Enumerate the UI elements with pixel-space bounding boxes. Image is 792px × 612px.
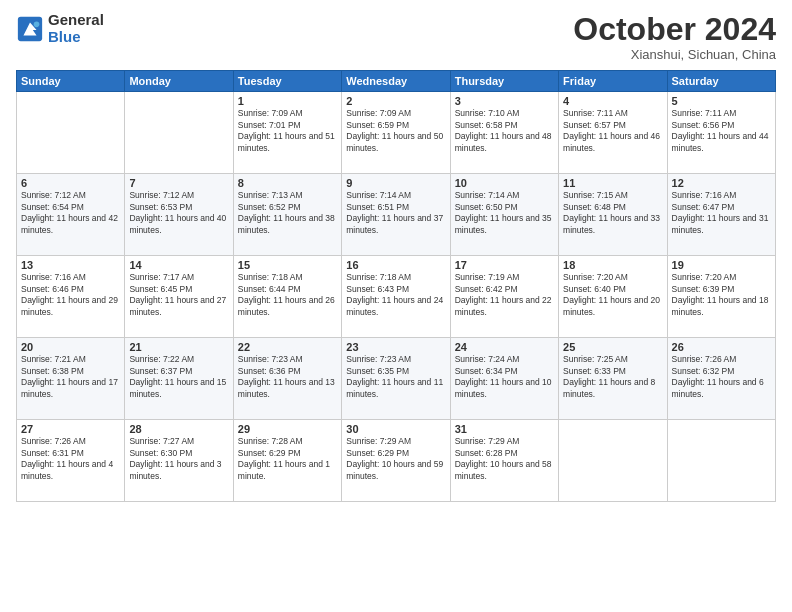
col-friday: Friday [559,71,667,92]
title-block: October 2024 Xianshui, Sichuan, China [573,12,776,62]
table-row [125,92,233,174]
table-row: 14Sunrise: 7:17 AMSunset: 6:45 PMDayligh… [125,256,233,338]
table-row [559,420,667,502]
table-row: 26Sunrise: 7:26 AMSunset: 6:32 PMDayligh… [667,338,775,420]
table-row: 29Sunrise: 7:28 AMSunset: 6:29 PMDayligh… [233,420,341,502]
col-tuesday: Tuesday [233,71,341,92]
calendar-week-row: 20Sunrise: 7:21 AMSunset: 6:38 PMDayligh… [17,338,776,420]
table-row: 21Sunrise: 7:22 AMSunset: 6:37 PMDayligh… [125,338,233,420]
table-row: 11Sunrise: 7:15 AMSunset: 6:48 PMDayligh… [559,174,667,256]
table-row: 17Sunrise: 7:19 AMSunset: 6:42 PMDayligh… [450,256,558,338]
calendar-header-row: Sunday Monday Tuesday Wednesday Thursday… [17,71,776,92]
col-wednesday: Wednesday [342,71,450,92]
table-row: 5Sunrise: 7:11 AMSunset: 6:56 PMDaylight… [667,92,775,174]
location-subtitle: Xianshui, Sichuan, China [573,47,776,62]
calendar-table: Sunday Monday Tuesday Wednesday Thursday… [16,70,776,502]
table-row: 22Sunrise: 7:23 AMSunset: 6:36 PMDayligh… [233,338,341,420]
table-row: 19Sunrise: 7:20 AMSunset: 6:39 PMDayligh… [667,256,775,338]
table-row: 24Sunrise: 7:24 AMSunset: 6:34 PMDayligh… [450,338,558,420]
calendar-week-row: 6Sunrise: 7:12 AMSunset: 6:54 PMDaylight… [17,174,776,256]
table-row: 27Sunrise: 7:26 AMSunset: 6:31 PMDayligh… [17,420,125,502]
calendar-week-row: 1Sunrise: 7:09 AMSunset: 7:01 PMDaylight… [17,92,776,174]
table-row: 18Sunrise: 7:20 AMSunset: 6:40 PMDayligh… [559,256,667,338]
table-row: 2Sunrise: 7:09 AMSunset: 6:59 PMDaylight… [342,92,450,174]
col-saturday: Saturday [667,71,775,92]
table-row: 1Sunrise: 7:09 AMSunset: 7:01 PMDaylight… [233,92,341,174]
table-row: 20Sunrise: 7:21 AMSunset: 6:38 PMDayligh… [17,338,125,420]
month-title: October 2024 [573,12,776,47]
table-row: 3Sunrise: 7:10 AMSunset: 6:58 PMDaylight… [450,92,558,174]
table-row: 30Sunrise: 7:29 AMSunset: 6:29 PMDayligh… [342,420,450,502]
table-row: 28Sunrise: 7:27 AMSunset: 6:30 PMDayligh… [125,420,233,502]
calendar-week-row: 13Sunrise: 7:16 AMSunset: 6:46 PMDayligh… [17,256,776,338]
table-row: 25Sunrise: 7:25 AMSunset: 6:33 PMDayligh… [559,338,667,420]
table-row [17,92,125,174]
svg-point-2 [34,21,40,27]
table-row: 13Sunrise: 7:16 AMSunset: 6:46 PMDayligh… [17,256,125,338]
logo-icon [16,15,44,43]
table-row: 16Sunrise: 7:18 AMSunset: 6:43 PMDayligh… [342,256,450,338]
table-row: 23Sunrise: 7:23 AMSunset: 6:35 PMDayligh… [342,338,450,420]
col-monday: Monday [125,71,233,92]
table-row: 7Sunrise: 7:12 AMSunset: 6:53 PMDaylight… [125,174,233,256]
calendar-week-row: 27Sunrise: 7:26 AMSunset: 6:31 PMDayligh… [17,420,776,502]
table-row: 8Sunrise: 7:13 AMSunset: 6:52 PMDaylight… [233,174,341,256]
table-row: 12Sunrise: 7:16 AMSunset: 6:47 PMDayligh… [667,174,775,256]
table-row: 4Sunrise: 7:11 AMSunset: 6:57 PMDaylight… [559,92,667,174]
col-thursday: Thursday [450,71,558,92]
logo: General Blue [16,12,104,45]
table-row: 6Sunrise: 7:12 AMSunset: 6:54 PMDaylight… [17,174,125,256]
table-row: 9Sunrise: 7:14 AMSunset: 6:51 PMDaylight… [342,174,450,256]
logo-general-text: General [48,12,104,29]
table-row [667,420,775,502]
table-row: 10Sunrise: 7:14 AMSunset: 6:50 PMDayligh… [450,174,558,256]
logo-blue-text: Blue [48,29,104,46]
col-sunday: Sunday [17,71,125,92]
table-row: 31Sunrise: 7:29 AMSunset: 6:28 PMDayligh… [450,420,558,502]
table-row: 15Sunrise: 7:18 AMSunset: 6:44 PMDayligh… [233,256,341,338]
